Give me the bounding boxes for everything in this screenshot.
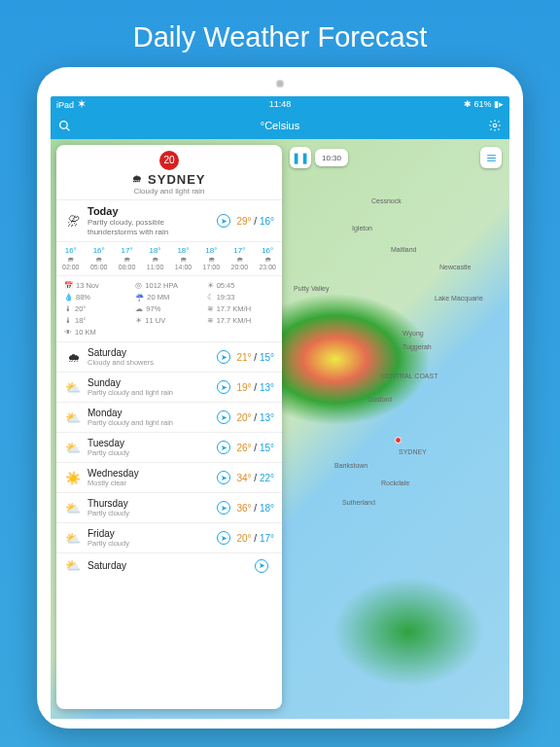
play-pause-button[interactable]: ❚❚ (290, 147, 311, 168)
daily-row[interactable]: ⛅MondayPartly cloudy and light rain➤20° … (56, 402, 282, 432)
today-label: Today (88, 205, 211, 218)
daily-row[interactable]: ⛅ThursdayPartly cloudy➤36° / 18° (56, 492, 282, 522)
map-place-label: Newcastle (439, 264, 471, 270)
hourly-item[interactable]: 16°🌧02:00 (62, 246, 80, 270)
settings-icon[interactable] (488, 119, 502, 132)
metric-date: 📅13 Nov (64, 281, 131, 290)
wind-direction-icon: ➤ (217, 531, 230, 545)
wind-direction-icon: ➤ (217, 350, 230, 364)
weather-icon: ☀️ (64, 471, 82, 485)
map-place-label: Igleton (352, 225, 372, 231)
metric-pressure: ◎1012 HPA (135, 281, 202, 290)
device-frame: iPad ✶ 11:48 ✱ 61% ▮▸ °Celsius ❚❚ 10:30 … (37, 67, 523, 729)
wind-direction-icon: ➤ (217, 501, 230, 515)
metric-precip: ☔20 MM (135, 293, 202, 302)
weather-icon: ⛅ (64, 441, 82, 455)
today-section[interactable]: ⛈ Today Partly cloudy, possible thunders… (56, 199, 282, 241)
hourly-item[interactable]: 18°🌧11:00 (147, 246, 164, 270)
forecast-panel: 20 🌧 SYDNEY Cloudy and light rain ⛈ Toda… (56, 145, 282, 709)
metric-uv: ☀11 UV (135, 316, 202, 325)
map-place-label: Rockdale (381, 480, 409, 486)
search-icon[interactable] (58, 120, 71, 132)
metric-sunrise: ☀05:45 (207, 281, 274, 290)
map-time: 10:30 (315, 149, 348, 166)
layers-button[interactable] (480, 147, 502, 168)
map-place-label: Sutherland (342, 499, 375, 506)
metric-wind2: ≋17.7 KM/H (207, 316, 274, 325)
metric-sunset: ☾19:33 (207, 293, 274, 302)
metric-feels: 🌡18° (64, 316, 131, 325)
svg-point-0 (60, 121, 68, 128)
daily-row[interactable]: ⛅SundayPartly cloudy and light rain➤19° … (56, 372, 282, 402)
nav-title: °Celsius (261, 120, 299, 131)
map-place-label: Gosford (368, 396, 392, 403)
daily-row[interactable]: ⛅FridayPartly cloudy➤20° / 17° (56, 522, 282, 552)
weather-icon: ⛅ (64, 531, 82, 546)
wind-direction-icon: ➤ (217, 380, 230, 394)
svg-line-1 (66, 127, 69, 130)
hourly-item[interactable]: 18°🌧14:00 (175, 246, 192, 270)
metrics-grid: 📅13 Nov ◎1012 HPA ☀05:45 💧88% ☔20 MM ☾19… (56, 275, 282, 341)
svg-point-2 (493, 124, 497, 127)
hourly-item[interactable]: 16°🌧23:00 (259, 246, 276, 270)
daily-row[interactable]: ⛅Saturday➤ (56, 552, 282, 578)
map-place-label: Maitland (391, 246, 416, 253)
daily-row[interactable]: 🌧SaturdayCloudy and showers➤21° / 15° (56, 341, 282, 372)
wind-direction-icon: ➤ (217, 214, 230, 228)
weather-icon: ⛅ (64, 558, 82, 573)
hourly-item[interactable]: 17°🌧08:00 (119, 246, 136, 270)
device-camera (276, 80, 284, 88)
daily-row[interactable]: ☀️WednesdayMostly clear➤34° / 22° (56, 462, 282, 492)
wind-direction-icon: ➤ (255, 559, 268, 573)
map-pin (395, 437, 402, 444)
wind-direction-icon: ➤ (217, 410, 230, 424)
map-place-label: Lake Macquarie (435, 295, 483, 302)
weather-icon: ⛅ (64, 501, 82, 516)
metric-visibility: 👁10 KM (64, 328, 131, 337)
today-desc: Partly cloudy, possible thunderstorms wi… (88, 218, 168, 236)
promo-title: Daily Weather Forecast (0, 0, 560, 67)
weather-icon: 🌧 (64, 350, 82, 365)
city-condition: Cloudy and light rain (56, 187, 282, 196)
today-temps: 29° / 16° (236, 216, 274, 227)
screen: iPad ✶ 11:48 ✱ 61% ▮▸ °Celsius ❚❚ 10:30 … (51, 96, 509, 719)
hourly-item[interactable]: 16°🌧05:00 (90, 246, 108, 270)
map-place-label: Cessnock (371, 197, 402, 204)
metric-wind1: ≋17.7 KM/H (207, 304, 274, 313)
map-place-label: Bankstown (334, 462, 368, 469)
daily-forecast: 🌧SaturdayCloudy and showers➤21° / 15°⛅Su… (56, 341, 282, 578)
daily-row[interactable]: ⛅TuesdayPartly cloudy➤26° / 15° (56, 432, 282, 462)
hourly-forecast[interactable]: 16°🌧02:0016°🌧05:0017°🌧08:0018°🌧11:0018°🌧… (56, 241, 282, 275)
map-place-label: Wyong (402, 330, 424, 337)
hourly-item[interactable]: 17°🌧20:00 (231, 246, 249, 270)
wind-direction-icon: ➤ (217, 471, 230, 484)
metric-dew: 🌡20° (64, 304, 131, 313)
city-header: 20 🌧 SYDNEY Cloudy and light rain (56, 145, 282, 199)
nav-bar: °Celsius (51, 112, 509, 139)
status-time: 11:48 (269, 99, 292, 109)
alert-badge[interactable]: 20 (159, 151, 179, 170)
map-place-label: Putty Valley (294, 285, 329, 292)
metric-humidity: 💧88% (64, 293, 131, 302)
status-battery: ✱ 61% ▮▸ (464, 99, 504, 109)
hourly-item[interactable]: 18°🌧17:00 (203, 246, 221, 270)
content: ❚❚ 10:30 CessnockMaitlandIgletonNewcastl… (51, 139, 509, 719)
weather-icon: ⛅ (64, 410, 82, 425)
city-name: 🌧 SYDNEY (56, 172, 282, 187)
status-bar: iPad ✶ 11:48 ✱ 61% ▮▸ (51, 96, 509, 112)
weather-icon: ⛈ (64, 214, 82, 229)
map-place-label: Tuggerah (402, 343, 432, 350)
weather-icon: ⛅ (64, 380, 82, 395)
wind-direction-icon: ➤ (217, 441, 230, 454)
metric-clouds: ☁97% (135, 304, 202, 313)
map-place-label: SYDNEY (399, 448, 427, 455)
map-place-label: CENTRAL COAST (381, 373, 438, 379)
status-device: iPad ✶ (56, 97, 87, 111)
